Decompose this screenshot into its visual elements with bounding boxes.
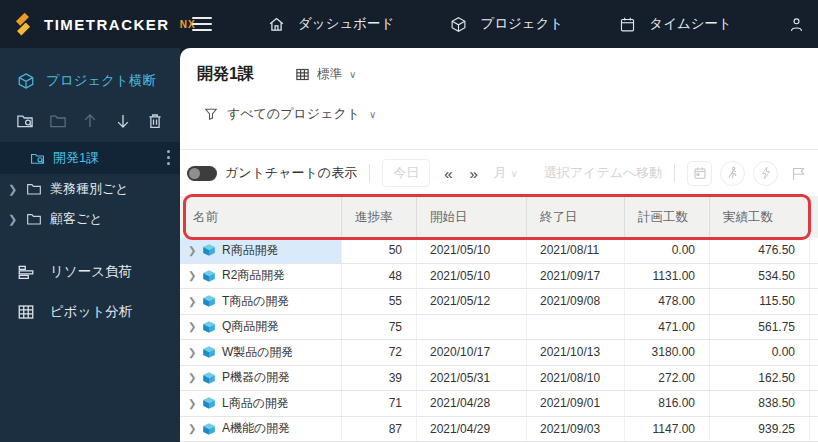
table-row[interactable]: ❯ W製品の開発 72 2020/10/17 2021/10/13 3180.0…: [180, 340, 818, 366]
cell-start: 2021/05/12: [417, 289, 527, 314]
cell-actual: 115.50: [710, 289, 810, 314]
cell-end: 2021/08/11: [527, 238, 625, 263]
nav-timesheet[interactable]: タイムシート: [619, 15, 732, 33]
toolbar-icon-group: [687, 161, 811, 186]
lightning-icon[interactable]: [753, 161, 778, 186]
cell-partial: [810, 366, 818, 391]
cube-icon: [450, 16, 467, 33]
table-row[interactable]: ❯ R2商品開発 48 2021/05/10 2021/09/17 1131.0…: [180, 264, 818, 290]
expand-chevron-icon[interactable]: ❯: [188, 347, 196, 358]
sidebar-group-label: 業務種別ごと: [50, 180, 129, 198]
table-row[interactable]: ❯ P機器の開発 39 2021/05/31 2021/08/10 272.00…: [180, 366, 818, 392]
cell-partial: [810, 391, 818, 416]
cell-planned: 1147.00: [625, 417, 710, 442]
table-row[interactable]: ❯ T商品の開発 55 2021/05/12 2021/09/08 478.00…: [180, 289, 818, 315]
expand-chevron-icon[interactable]: ❯: [188, 321, 196, 332]
column-header-start[interactable]: 開始日: [417, 196, 527, 238]
project-cube-icon: [202, 396, 216, 410]
cell-planned: 272.00: [625, 366, 710, 391]
sidebar-item-resource-load[interactable]: リソース負荷: [0, 252, 180, 292]
sidebar-section-label: プロジェクト横断: [46, 72, 156, 90]
move-to-selected-button[interactable]: 選択アイテムへ移動: [544, 164, 663, 182]
cell-partial: [810, 289, 818, 314]
project-name-label: L商品の開発: [222, 395, 289, 412]
expand-chevron-icon[interactable]: ❯: [188, 296, 196, 307]
cell-start: 2021/04/29: [417, 417, 527, 442]
column-header-name[interactable]: 名前: [180, 196, 342, 238]
column-header-planned[interactable]: 計画工数: [625, 196, 710, 238]
sidebar-item-label: リソース負荷: [50, 263, 132, 281]
project-name-label: R商品開発: [222, 242, 279, 259]
sidebar-group-by-worktype[interactable]: ❯ 業務種別ごと: [0, 174, 180, 204]
trash-icon[interactable]: [146, 112, 164, 130]
cell-planned: 1131.00: [625, 264, 710, 289]
column-header-end[interactable]: 終了日: [527, 196, 625, 238]
view-selector-value: 標準: [317, 66, 342, 83]
sidebar-group-label: 顧客ごと: [50, 210, 103, 228]
next-period-button[interactable]: »: [469, 165, 477, 182]
gantt-toggle[interactable]: [187, 166, 217, 181]
expand-chevron-icon[interactable]: ❯: [188, 423, 196, 434]
column-header-actual[interactable]: 実績工数: [710, 196, 810, 238]
expand-chevron-icon[interactable]: ❯: [188, 270, 196, 281]
hamburger-menu-icon[interactable]: [192, 17, 212, 31]
sidebar-item-dev-section-1[interactable]: 開発1課: [0, 142, 180, 174]
table-row[interactable]: ❯ L商品の開発 71 2021/04/28 2021/09/01 816.00…: [180, 391, 818, 417]
cell-end: 2021/09/17: [527, 264, 625, 289]
table-row[interactable]: ❯ R商品開発 50 2021/05/10 2021/08/11 0.00 47…: [180, 238, 818, 264]
cell-name: ❯ W製品の開発: [180, 340, 342, 365]
cell-end: 2021/09/08: [527, 289, 625, 314]
new-folder-icon[interactable]: [49, 112, 67, 130]
column-header-partial: [810, 196, 818, 238]
today-button[interactable]: 今日: [382, 159, 430, 187]
main-content: 開発1課 標準 ∨ すべてのプロジェクト ∨ ガントチャートの表示 今日 « »…: [180, 48, 818, 442]
filter-funnel-icon: [204, 107, 218, 121]
expand-chevron-icon[interactable]: ❯: [188, 398, 196, 409]
sidebar-group-by-customer[interactable]: ❯ 顧客ごと: [0, 204, 180, 234]
cell-actual: 0.00: [710, 340, 810, 365]
nav-timesheet-label: タイムシート: [649, 15, 732, 33]
project-cube-icon: [202, 422, 216, 436]
cell-actual: 939.25: [710, 417, 810, 442]
sidebar-section-projects-cross[interactable]: プロジェクト横断: [0, 48, 180, 100]
table-row[interactable]: ❯ Q商品開発 75 471.00 561.75: [180, 315, 818, 341]
project-cube-icon: [202, 294, 216, 308]
cell-start: [417, 315, 527, 340]
search-view-icon[interactable]: [16, 112, 34, 130]
flag-icon[interactable]: [786, 161, 811, 186]
cell-progress: 50: [342, 238, 417, 263]
chevron-down-icon: ∨: [510, 168, 517, 179]
project-cube-icon: [202, 371, 216, 385]
move-up-icon[interactable]: [81, 112, 99, 130]
project-filter-dropdown[interactable]: すべてのプロジェクト ∨: [204, 105, 818, 123]
move-down-icon[interactable]: [114, 112, 132, 130]
view-selector-dropdown[interactable]: 標準 ∨: [295, 66, 356, 83]
cell-name: ❯ L商品の開発: [180, 391, 342, 416]
project-name-label: P機器の開発: [222, 369, 290, 386]
nav-dashboard[interactable]: ダッシュボード: [268, 15, 394, 33]
nav-project-label: プロジェクト: [480, 15, 563, 33]
expand-chevron-icon[interactable]: ❯: [188, 372, 196, 383]
nav-project[interactable]: プロジェクト: [450, 15, 563, 33]
folder-icon: [26, 211, 42, 227]
cell-end: 2021/09/01: [527, 391, 625, 416]
cell-name: ❯ P機器の開発: [180, 366, 342, 391]
sidebar-item-pivot-analysis[interactable]: ピボット分析: [0, 292, 180, 332]
prev-period-button[interactable]: «: [444, 165, 452, 182]
table-body: ❯ R商品開発 50 2021/05/10 2021/08/11 0.00 47…: [180, 238, 818, 442]
period-unit-dropdown[interactable]: 月 ∨: [494, 164, 518, 182]
table-row[interactable]: ❯ A機能の開発 87 2021/04/29 2021/09/03 1147.0…: [180, 417, 818, 442]
project-cube-icon: [202, 243, 216, 257]
walking-person-icon[interactable]: [720, 161, 745, 186]
chevron-down-icon: ∨: [369, 109, 376, 120]
calendar-icon[interactable]: [687, 161, 712, 186]
divider: [674, 164, 675, 182]
expand-chevron-icon[interactable]: ❯: [188, 245, 196, 256]
nav-mypage[interactable]: マイページ: [788, 15, 818, 33]
item-more-menu-icon[interactable]: [167, 150, 170, 165]
chevron-down-icon: ∨: [349, 69, 356, 80]
cell-planned: 816.00: [625, 391, 710, 416]
app-logo[interactable]: TIMETRACKER NX: [0, 11, 180, 37]
gantt-toolbar: ガントチャートの表示 今日 « » 月 ∨ 選択アイテムへ移動: [180, 149, 818, 196]
column-header-progress[interactable]: 進捗率: [342, 196, 417, 238]
